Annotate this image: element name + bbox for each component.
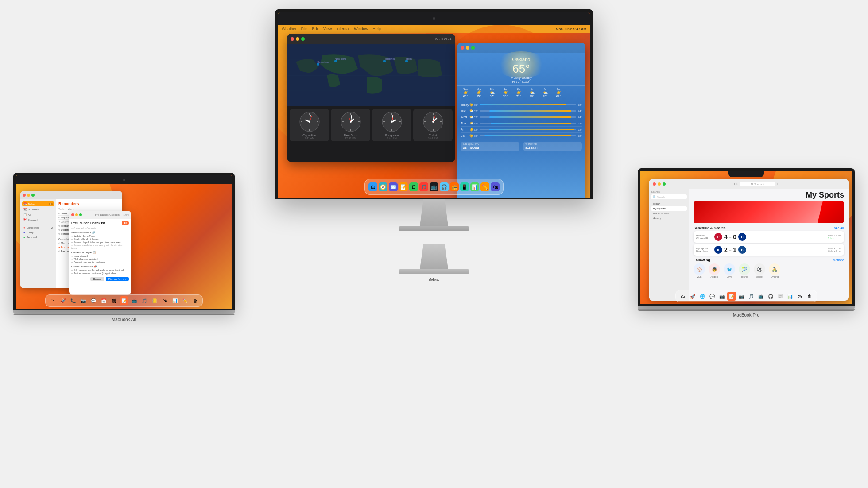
mbp-dock-app10[interactable]: 📰 [776,292,785,301]
mba-dock-notes[interactable]: 📒 [150,296,159,305]
sidebar-today[interactable]: 📅Today7 [22,201,54,206]
dock-safari[interactable]: 🧭 [379,182,388,191]
mbp-dock-app9[interactable]: 🎧 [766,292,775,301]
checklist-cancel-button[interactable]: Cancel [90,277,104,281]
sidebar-scheduled[interactable]: 📆Scheduled [22,207,54,212]
clock-close-button[interactable] [291,37,294,41]
sports-banner [694,201,844,223]
news-sidebar-worldstories[interactable]: World Stories [651,211,687,216]
sidebar-all[interactable]: 📋All [22,212,54,217]
sidebar-flagged[interactable]: 🚩Flagged [22,217,54,222]
mba-bottom [13,310,235,314]
news-add-button[interactable]: + [777,182,779,186]
weather-maximize-button[interactable] [471,46,475,50]
mba-dock-app3[interactable]: 📞 [69,296,78,305]
mbp-dock-app7[interactable]: 🎵 [747,292,756,301]
world-map-svg: Cupertino New York Podgorica Tbilisi [287,44,455,106]
mba-dock-launchpad[interactable]: 🚀 [58,296,67,305]
weather-close-button[interactable] [461,46,464,50]
dock-app9[interactable]: 📻 [450,182,459,191]
dock-app6[interactable]: 🎵 [419,182,428,191]
mbp-dock-app1[interactable]: 🚀 [688,292,697,301]
dock-app7[interactable]: 📺 [430,182,438,191]
mba-dock-music[interactable]: 🎵 [140,296,149,305]
news-search-input[interactable]: 🔍 Search [651,194,687,199]
news-forward-button[interactable]: › [736,182,738,186]
mba-dock-finder[interactable]: 🗂 [48,296,57,305]
mba-dock-appstore[interactable]: 🛍 [160,296,169,305]
checklist-max[interactable] [79,213,82,216]
sidebar-completed[interactable]: ●Completed2 [22,225,54,230]
dock-finder[interactable]: 🗂 [368,182,377,191]
news-sidebar-history[interactable]: History [651,216,687,221]
mbp-dock-app8[interactable]: 📺 [756,292,765,301]
mba-dock-numbers[interactable]: 📊 [170,296,179,305]
imac-stand [416,199,452,226]
mba-dock-pencil[interactable]: ✏️ [181,296,190,305]
checklist-min[interactable] [75,213,78,216]
mbp-dock-app6[interactable]: 📷 [737,292,746,301]
news-back-button[interactable]: ‹ [733,182,735,186]
cycling-logo[interactable]: 🚴 [769,263,780,275]
news-sidebar-mysports[interactable]: My Sports [651,206,687,211]
mbp-dock-app4[interactable]: 📷 [717,292,726,301]
mba-dock-tvplus[interactable]: 📺 [130,296,139,305]
manage-link[interactable]: Manage [833,259,844,262]
dock-app4[interactable]: 📝 [399,182,408,191]
tennis-logo[interactable]: 🎾 [739,263,750,275]
checklist-close[interactable] [71,213,74,216]
soccer-logo[interactable]: ⚽ [754,263,765,275]
game-status-2: My Sports Blue Jays [696,247,712,252]
imac-base [399,269,469,274]
rem-close[interactable] [23,194,26,197]
rem-min[interactable] [27,194,30,197]
vs-divider: – [729,235,731,239]
mba-dock-reminders[interactable]: 📝 [120,296,128,305]
mbp-dock-app12[interactable]: 🛍 [795,292,804,301]
news-sidebar-today[interactable]: Today [651,201,687,206]
dock-app11[interactable]: 📊 [470,182,479,191]
see-all-link[interactable]: See All [834,226,844,229]
mba-dock-messages[interactable]: 💬 [89,296,98,305]
section-web: Web treatments 🔗 [71,231,129,234]
imac-bezel [278,12,590,25]
mbp-dock-app2[interactable]: 🌐 [698,292,707,301]
clock-app-bar: World Clock [287,34,455,44]
sidebar-todo2[interactable]: ●Personal [22,235,54,240]
weather-minimize-button[interactable] [466,46,469,50]
news-app: ‹ › All Sports ▾ + Search 🔍 Search Today… [649,179,849,301]
clock-tbilisi: Tbilisi 8:41 PM [413,109,453,141]
dock-app5[interactable]: 🗒 [409,182,418,191]
news-max[interactable] [663,182,666,186]
sidebar-todo[interactable]: ●Today [22,230,54,235]
clock-maximize-button[interactable] [301,37,305,41]
mbp-dock-app5[interactable]: 📝 [727,292,736,301]
team1-logo: P [714,233,722,241]
mbp-dock-app3[interactable]: 💬 [708,292,717,301]
mbp-dock-trash[interactable]: 🗑 [805,292,814,301]
game-extra-1: Kida • 6 hrs 8 hrs [828,234,841,240]
mlb-logo[interactable]: ⚾ [694,263,705,275]
jays-logo[interactable]: 🐦 [724,263,735,275]
clock-minimize-button[interactable] [296,37,299,41]
dock-app13[interactable]: 🛍 [491,182,500,191]
dock-app12[interactable]: ✏️ [480,182,489,191]
game-card-1: Phillies Clover-18 P 4 – 0 C [694,231,844,243]
rem-max[interactable] [31,194,35,197]
mba-dock-photos[interactable]: 🖼 [109,296,118,305]
checklist-buttons: Cancel Pick up flowers [71,277,129,281]
mba-dock-trash[interactable]: 🗑 [191,296,200,305]
mbp-dock-app11[interactable]: 📊 [786,292,794,301]
dock-app10[interactable]: 📱 [460,182,469,191]
checklist-save-button[interactable]: Pick up flowers [106,277,129,281]
news-close[interactable] [653,182,656,186]
mba-dock-facetime[interactable]: 📷 [79,296,88,305]
angels-logo[interactable]: 👼 [709,263,720,275]
dock-app3[interactable]: ✉️ [389,182,398,191]
news-search-box[interactable]: All Sports ▾ [740,182,775,186]
mbp-dock-finder[interactable]: 🗂 [678,292,687,301]
news-min[interactable] [658,182,661,186]
mba-dock-calendar[interactable]: 📅 [99,296,108,305]
dock-app8[interactable]: 🎧 [440,182,449,191]
imac-clock: Mon Jun 6 9:47 AM [556,27,586,31]
